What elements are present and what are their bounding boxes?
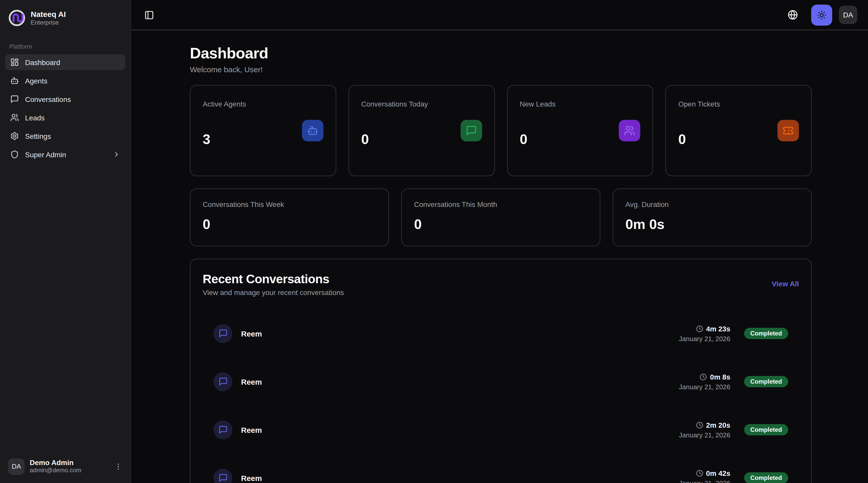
- page-title: Dashboard: [190, 45, 812, 62]
- conversation-date: January 21, 2026: [679, 431, 730, 439]
- sidebar-item-settings[interactable]: Settings: [5, 128, 125, 144]
- globe-icon[interactable]: [784, 6, 802, 24]
- sidebar-item-leads[interactable]: Leads: [5, 110, 125, 125]
- sidebar: Nateeq AI Enterprise Platform Dashboard …: [0, 0, 131, 483]
- stat-card-conversations-week: Conversations This Week 0: [190, 188, 389, 246]
- topbar-avatar[interactable]: DA: [839, 6, 857, 24]
- sidebar-spacer: [5, 162, 125, 455]
- bot-icon: [302, 120, 323, 141]
- message-square-icon: [213, 468, 232, 483]
- view-all-link[interactable]: View All: [772, 280, 799, 288]
- status-badge: Completed: [744, 328, 788, 339]
- stat-label: Active Agents: [203, 100, 323, 108]
- stat-value: 0: [678, 132, 686, 147]
- sidebar-item-conversations[interactable]: Conversations: [5, 91, 125, 107]
- stat-value: 3: [203, 132, 210, 147]
- layout-dashboard-icon: [10, 58, 19, 66]
- sidebar-item-label: Agents: [25, 77, 47, 85]
- conversation-name: Reem: [241, 377, 262, 386]
- secondary-stats-grid: Conversations This Week 0 Conversations …: [190, 188, 812, 246]
- stat-card-active-agents: Active Agents 3: [190, 85, 336, 176]
- sidebar-item-label: Super Admin: [25, 150, 66, 159]
- stat-card-conversations-today: Conversations Today 0: [348, 85, 495, 176]
- sidebar-item-agents[interactable]: Agents: [5, 73, 125, 89]
- conversation-row[interactable]: Reem 4m 23s January 21, 2026 Completed: [213, 324, 788, 343]
- sidebar-user-button[interactable]: DA Demo Admin admin@demo.com: [5, 455, 125, 478]
- user-name: Demo Admin: [30, 458, 82, 467]
- user-info: Demo Admin admin@demo.com: [30, 458, 82, 475]
- message-square-icon: [213, 324, 232, 343]
- stat-value: 0m 0s: [625, 217, 799, 232]
- conversation-row[interactable]: Reem 0m 8s January 21, 2026 Completed: [213, 372, 788, 391]
- brand-button[interactable]: Nateeq AI Enterprise: [5, 6, 125, 30]
- conversation-duration: 2m 20s: [696, 421, 730, 429]
- shield-icon: [10, 150, 19, 159]
- brand-subtitle: Enterprise: [31, 19, 66, 26]
- clock-icon: [696, 421, 703, 428]
- stat-label: Avg. Duration: [625, 200, 799, 208]
- nateeq-logo-icon: [8, 9, 26, 27]
- conversation-list: Reem 4m 23s January 21, 2026 Completed: [203, 324, 799, 483]
- sidebar-nav: Dashboard Agents Conversations Leads: [5, 54, 125, 162]
- theme-toggle-button[interactable]: [811, 4, 832, 25]
- gear-icon: [10, 132, 19, 140]
- topbar: DA: [131, 0, 868, 30]
- recent-conversations-subtitle: View and manage your recent conversation…: [203, 288, 344, 296]
- stat-card-avg-duration: Avg. Duration 0m 0s: [613, 188, 812, 246]
- recent-conversations-titles: Recent Conversations View and manage you…: [203, 271, 344, 296]
- sidebar-item-label: Leads: [25, 113, 44, 122]
- chevron-right-icon: [113, 150, 120, 158]
- message-square-icon: [213, 372, 232, 391]
- conversation-name: Reem: [241, 329, 262, 338]
- stat-label: Open Tickets: [678, 100, 799, 108]
- sidebar-item-label: Conversations: [25, 95, 71, 103]
- clock-icon: [700, 373, 707, 380]
- recent-conversations-header: Recent Conversations View and manage you…: [203, 271, 799, 296]
- stat-value: 0: [203, 217, 376, 232]
- brand-text: Nateeq AI Enterprise: [31, 9, 66, 26]
- conversation-name: Reem: [241, 425, 262, 434]
- sidebar-section-label: Platform: [5, 40, 125, 53]
- stat-card-new-leads: New Leads 0: [507, 85, 653, 176]
- stat-card-conversations-month: Conversations This Month 0: [401, 188, 600, 246]
- stat-label: Conversations Today: [361, 100, 482, 108]
- conversation-duration: 0m 8s: [700, 373, 730, 381]
- sidebar-item-label: Settings: [25, 132, 51, 140]
- sidebar-toggle-button[interactable]: [142, 8, 156, 22]
- stat-label: Conversations This Month: [414, 200, 588, 208]
- clock-icon: [696, 325, 703, 332]
- page-content: Dashboard Welcome back, User! Active Age…: [131, 30, 868, 483]
- status-badge: Completed: [744, 472, 788, 483]
- stat-label: New Leads: [520, 100, 641, 108]
- conversation-meta: 0m 42s January 21, 2026: [679, 469, 730, 483]
- users-icon: [10, 113, 19, 122]
- conversation-date: January 21, 2026: [679, 479, 730, 483]
- recent-conversations-card: Recent Conversations View and manage you…: [190, 258, 812, 483]
- conversation-duration: 4m 23s: [696, 324, 730, 333]
- stat-value: 0: [414, 217, 588, 232]
- clock-icon: [696, 470, 703, 477]
- conversation-name: Reem: [241, 474, 262, 482]
- conversation-date: January 21, 2026: [679, 383, 730, 391]
- users-icon: [619, 120, 641, 141]
- conversation-meta: 4m 23s January 21, 2026: [679, 324, 730, 342]
- panel-left-icon: [144, 10, 154, 20]
- stat-value: 0: [520, 132, 527, 147]
- conversation-row[interactable]: Reem 0m 42s January 21, 2026 Completed: [213, 468, 788, 483]
- user-avatar: DA: [8, 458, 25, 475]
- stats-grid: Active Agents 3 Conversations Today 0 Ne…: [190, 85, 812, 176]
- sidebar-item-super-admin[interactable]: Super Admin: [5, 146, 125, 162]
- conversation-meta: 0m 8s January 21, 2026: [679, 373, 730, 391]
- stat-value: 0: [361, 132, 369, 147]
- sidebar-item-label: Dashboard: [25, 58, 60, 66]
- sidebar-item-dashboard[interactable]: Dashboard: [5, 54, 125, 70]
- conversation-row[interactable]: Reem 2m 20s January 21, 2026 Completed: [213, 420, 788, 439]
- ellipsis-vertical-icon[interactable]: [114, 462, 122, 471]
- recent-conversations-title: Recent Conversations: [203, 271, 344, 287]
- conversation-date: January 21, 2026: [679, 335, 730, 342]
- bot-icon: [10, 76, 19, 85]
- brand-title: Nateeq AI: [31, 9, 66, 19]
- welcome-text: Welcome back, User!: [190, 65, 812, 74]
- conversation-duration: 0m 42s: [696, 469, 730, 477]
- ticket-icon: [777, 120, 799, 141]
